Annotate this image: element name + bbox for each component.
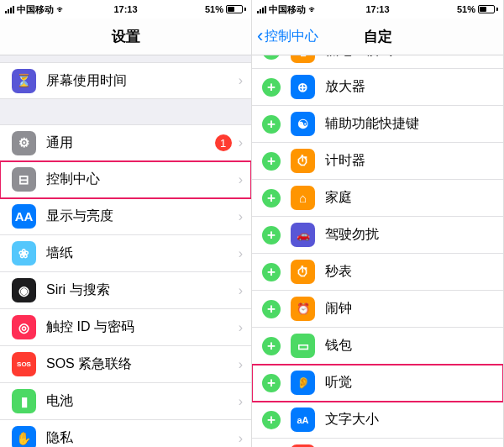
- row-label: 触控 ID 与密码: [46, 318, 239, 336]
- wifi-icon: ᯤ: [308, 4, 318, 14]
- carrier-label: 中国移动: [269, 3, 306, 16]
- wallet-icon: ▭: [291, 334, 315, 358]
- row-label: 家庭: [325, 189, 503, 207]
- add-button[interactable]: +: [262, 300, 281, 318]
- chevron-right-icon: ›: [239, 431, 243, 446]
- row-label: 驾驶勿扰: [325, 226, 503, 244]
- add-button[interactable]: +: [262, 152, 281, 171]
- text-size-icon: aA: [291, 408, 315, 432]
- settings-row-touch-id[interactable]: ◎触控 ID 与密码›: [0, 309, 251, 346]
- control-row-accessibility-shortcut[interactable]: +☯辅助功能快捷键: [252, 106, 503, 143]
- battery-icon: [478, 5, 498, 13]
- control-row-dnd-driving[interactable]: +🚗驾驶勿扰: [252, 217, 503, 254]
- row-label: 辅助功能快捷键: [325, 115, 503, 133]
- settings-row-screen-time[interactable]: ⏳屏幕使用时间›: [0, 62, 251, 99]
- add-button[interactable]: +: [262, 115, 281, 134]
- control-row-voice-memos[interactable]: +♒语音备忘录: [252, 439, 503, 447]
- battery-pct: 51%: [205, 4, 223, 14]
- wifi-icon: ᯤ: [56, 4, 66, 14]
- wallpaper-icon: ❀: [12, 241, 36, 266]
- row-label: 听觉: [325, 374, 503, 392]
- control-center-icon: ⊟: [12, 167, 36, 192]
- touch-id-icon: ◎: [12, 315, 36, 339]
- chevron-right-icon: ›: [239, 246, 243, 261]
- nav-bar: 设置: [0, 18, 251, 55]
- chevron-left-icon: ‹: [257, 27, 263, 45]
- row-label: 屏幕使用时间: [46, 72, 239, 90]
- settings-row-privacy[interactable]: ✋隐私›: [0, 420, 251, 447]
- page-title: 自定: [364, 27, 392, 46]
- chevron-right-icon: ›: [239, 73, 243, 88]
- settings-row-battery[interactable]: ▮电池›: [0, 383, 251, 420]
- screen-time-icon: ⏳: [12, 69, 36, 93]
- settings-screen: 中国移动 ᯤ 17:13 51% 设置 ⏳屏幕使用时间›⚙通用1›⊟控制中心›A…: [0, 0, 252, 447]
- display-brightness-icon: AA: [12, 204, 36, 229]
- sos-icon: SOS: [12, 352, 36, 376]
- row-label: 秒表: [325, 263, 503, 281]
- signal-icon: [5, 6, 14, 13]
- row-label: 文字大小: [325, 411, 503, 429]
- add-button[interactable]: +: [262, 263, 281, 281]
- chevron-right-icon: ›: [239, 320, 243, 335]
- battery-icon: [226, 5, 246, 13]
- settings-row-control-center[interactable]: ⊟控制中心›: [0, 161, 251, 198]
- settings-row-wallpaper[interactable]: ❀墙纸›: [0, 235, 251, 272]
- chevron-right-icon: ›: [239, 394, 243, 409]
- settings-row-display-brightness[interactable]: AA显示与亮度›: [0, 198, 251, 235]
- settings-row-general[interactable]: ⚙通用1›: [0, 124, 251, 161]
- back-label: 控制中心: [265, 28, 318, 45]
- add-button[interactable]: +: [262, 55, 281, 60]
- chevron-right-icon: ›: [239, 172, 243, 187]
- magnifier-icon: ⊕: [291, 75, 315, 99]
- row-label: 计时器: [325, 152, 503, 170]
- customize-list[interactable]: +▮低电量模式+⊕放大器+☯辅助功能快捷键+⏱计时器+⌂家庭+🚗驾驶勿扰+⏱秒表…: [252, 55, 503, 447]
- chevron-right-icon: ›: [239, 283, 243, 298]
- row-label: 放大器: [325, 78, 503, 96]
- control-row-home[interactable]: +⌂家庭: [252, 180, 503, 217]
- add-button[interactable]: +: [262, 189, 281, 208]
- hearing-icon: 👂: [291, 371, 315, 395]
- chevron-right-icon: ›: [239, 135, 243, 150]
- row-label: 隐私: [46, 429, 239, 447]
- add-button[interactable]: +: [262, 78, 281, 97]
- timer-icon: ⏱: [291, 149, 315, 173]
- back-button[interactable]: ‹ 控制中心: [257, 28, 318, 45]
- control-row-wallet[interactable]: +▭钱包: [252, 328, 503, 365]
- add-button[interactable]: +: [262, 226, 281, 245]
- row-label: 控制中心: [46, 171, 239, 188]
- customize-screen: 中国移动 ᯤ 17:13 51% ‹ 控制中心 自定 +▮低电量模式+⊕放大器+…: [252, 0, 504, 447]
- settings-list[interactable]: ⏳屏幕使用时间›⚙通用1›⊟控制中心›AA显示与亮度›❀墙纸›◉Siri 与搜索…: [0, 55, 251, 447]
- row-label: 闹钟: [325, 300, 503, 318]
- home-icon: ⌂: [291, 186, 315, 210]
- control-row-low-power[interactable]: +▮低电量模式: [252, 55, 503, 69]
- row-label: SOS 紧急联络: [46, 355, 239, 373]
- control-row-stopwatch[interactable]: +⏱秒表: [252, 254, 503, 291]
- add-button[interactable]: +: [262, 337, 281, 355]
- settings-row-sos[interactable]: SOSSOS 紧急联络›: [0, 346, 251, 383]
- row-label: 低电量模式: [325, 55, 503, 60]
- control-row-timer[interactable]: +⏱计时器: [252, 143, 503, 180]
- clock: 17:13: [113, 4, 137, 14]
- status-bar: 中国移动 ᯤ 17:13 51%: [252, 0, 503, 18]
- accessibility-shortcut-icon: ☯: [291, 112, 315, 136]
- battery-icon: ▮: [12, 389, 36, 413]
- clock: 17:13: [365, 4, 389, 14]
- control-row-alarm[interactable]: +⏰闹钟: [252, 291, 503, 328]
- badge: 1: [215, 134, 232, 151]
- nav-bar: ‹ 控制中心 自定: [252, 18, 503, 55]
- low-power-icon: ▮: [291, 55, 315, 63]
- carrier-label: 中国移动: [17, 3, 54, 16]
- chevron-right-icon: ›: [239, 357, 243, 372]
- control-row-text-size[interactable]: +aA文字大小: [252, 402, 503, 439]
- row-label: 钱包: [325, 337, 503, 355]
- add-button[interactable]: +: [262, 411, 281, 429]
- control-row-hearing[interactable]: +👂听觉: [252, 365, 503, 402]
- add-button[interactable]: +: [262, 374, 281, 392]
- status-bar: 中国移动 ᯤ 17:13 51%: [0, 0, 251, 18]
- settings-row-siri-search[interactable]: ◉Siri 与搜索›: [0, 272, 251, 309]
- control-row-magnifier[interactable]: +⊕放大器: [252, 69, 503, 106]
- row-label: 显示与亮度: [46, 208, 239, 225]
- page-title: 设置: [112, 27, 140, 46]
- signal-icon: [257, 6, 266, 13]
- siri-search-icon: ◉: [12, 278, 36, 302]
